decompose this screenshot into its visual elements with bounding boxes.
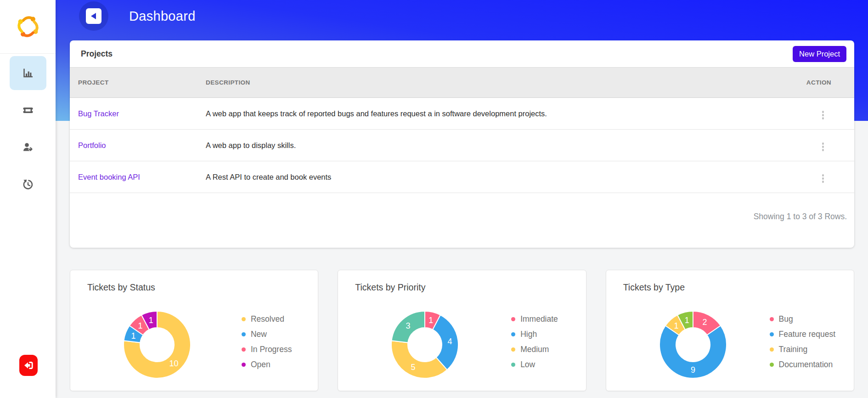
legend-dot [770, 363, 774, 367]
legend-label: Open [251, 360, 271, 369]
app-logo [0, 0, 56, 54]
logout-button[interactable] [19, 355, 38, 376]
chart-title: Tickets by Status [87, 282, 155, 293]
history-icon [22, 179, 34, 191]
bar-chart-icon [22, 67, 34, 79]
slice-value-label: 1 [674, 321, 678, 330]
legend-dot [511, 317, 515, 321]
tickets-by-type-card: Tickets by Type 2911BugFeature requestTr… [606, 270, 854, 391]
legend-dot [770, 317, 774, 321]
chart-legend: ImmediateHighMediumLow [490, 314, 579, 369]
slice-value-label: 4 [448, 337, 452, 346]
new-project-button[interactable]: New Project [793, 46, 846, 62]
donut-chart: 1453 [386, 306, 464, 384]
table-row: Bug Tracker A web app that keeps track o… [70, 98, 854, 130]
slice-value-label: 1 [131, 331, 136, 341]
sidebar-nav [0, 54, 56, 205]
legend-item-bug[interactable]: Bug [770, 314, 836, 324]
sidebar [0, 0, 56, 398]
project-description: A web app to display skills. [197, 130, 776, 161]
slice-value-label: 3 [406, 321, 411, 330]
row-actions-button[interactable] [818, 172, 828, 185]
legend-item-medium[interactable]: Medium [511, 345, 558, 354]
legend-dot [770, 332, 774, 336]
donut-chart: 2911 [654, 306, 732, 384]
legend-label: Documentation [779, 360, 833, 369]
charts-row: Tickets by Status 10111ResolvedNewIn Pro… [70, 270, 854, 391]
sidebar-item-dashboard[interactable] [10, 56, 46, 90]
legend-item-open[interactable]: Open [242, 360, 292, 369]
slice-value-label: 9 [691, 365, 695, 375]
ticket-icon [22, 104, 34, 116]
legend-label: Low [520, 360, 535, 369]
legend-item-feature-request[interactable]: Feature request [770, 330, 836, 339]
table-header-row: PROJECT DESCRIPTION ACTION [70, 68, 854, 98]
projects-table: PROJECT DESCRIPTION ACTION Bug Tracker A… [70, 67, 854, 193]
collapse-sidebar-button[interactable] [79, 1, 108, 31]
slice-value-label: 2 [702, 318, 707, 327]
chart-legend: ResolvedNewIn ProgressOpen [222, 314, 311, 369]
project-description: A Rest API to create and book events [197, 161, 776, 193]
table-row: Portfolio A web app to display skills. [70, 130, 854, 161]
slice-value-label: 5 [411, 363, 416, 372]
legend-item-documentation[interactable]: Documentation [770, 360, 836, 369]
project-link[interactable]: Portfolio [78, 141, 106, 149]
chart-legend: BugFeature requestTrainingDocumentation [758, 314, 847, 369]
sidebar-item-users[interactable] [10, 131, 46, 165]
slice-value-label: 1 [138, 321, 142, 330]
donut-chart: 10111 [118, 306, 196, 384]
projects-card-header: Projects New Project [70, 40, 854, 67]
row-actions-button[interactable] [818, 109, 828, 121]
team-logo-icon [15, 13, 41, 40]
legend-label: Feature request [779, 330, 836, 339]
legend-label: Medium [520, 345, 549, 354]
legend-dot [242, 347, 246, 352]
column-header-project: PROJECT [70, 68, 197, 98]
legend-label: In Progress [251, 345, 292, 354]
legend-dot [511, 363, 515, 367]
project-link[interactable]: Event booking API [78, 173, 140, 181]
legend-label: Immediate [520, 314, 558, 324]
topbar: Dashboard [70, 0, 854, 32]
legend-item-high[interactable]: High [511, 330, 558, 339]
projects-title: Projects [81, 49, 113, 59]
legend-label: Training [779, 345, 808, 354]
legend-dot [242, 363, 246, 367]
sign-out-icon [23, 360, 34, 370]
legend-item-in-progress[interactable]: In Progress [242, 345, 292, 354]
row-actions-button[interactable] [818, 141, 828, 153]
legend-label: Bug [779, 314, 793, 324]
legend-item-resolved[interactable]: Resolved [242, 314, 292, 324]
column-header-description: DESCRIPTION [197, 68, 776, 98]
legend-dot [511, 347, 515, 352]
legend-item-low[interactable]: Low [511, 360, 558, 369]
chart-title: Tickets by Priority [355, 282, 425, 293]
slice-value-label: 10 [169, 359, 178, 368]
legend-dot [770, 347, 774, 352]
chart-title: Tickets by Type [623, 282, 685, 293]
slice-value-label: 1 [684, 316, 689, 325]
sidebar-item-tickets[interactable] [10, 93, 46, 127]
legend-dot [511, 332, 515, 336]
legend-item-training[interactable]: Training [770, 345, 836, 354]
chevron-left-icon [86, 8, 101, 24]
legend-label: New [251, 330, 267, 339]
slice-value-label: 1 [429, 316, 434, 325]
tickets-by-priority-card: Tickets by Priority 1453ImmediateHighMed… [338, 270, 586, 391]
page-title: Dashboard [129, 9, 196, 24]
legend-dot [242, 317, 246, 321]
legend-item-immediate[interactable]: Immediate [511, 314, 558, 324]
slice-value-label: 1 [149, 316, 153, 325]
legend-label: Resolved [251, 314, 284, 324]
tickets-by-status-card: Tickets by Status 10111ResolvedNewIn Pro… [70, 270, 318, 391]
projects-card: Projects New Project PROJECT DESCRIPTION… [70, 40, 854, 248]
sidebar-item-history[interactable] [10, 168, 46, 202]
project-link[interactable]: Bug Tracker [78, 109, 119, 118]
table-pagination-summary: Showing 1 to 3 of 3 Rows. [754, 212, 847, 222]
legend-item-new[interactable]: New [242, 330, 292, 339]
main-area: Dashboard Projects New Project PROJECT D… [56, 0, 868, 398]
column-header-action: ACTION [776, 68, 854, 98]
legend-dot [242, 332, 246, 336]
user-tag-icon [22, 142, 34, 154]
project-description: A web app that keeps track of reported b… [197, 98, 776, 130]
